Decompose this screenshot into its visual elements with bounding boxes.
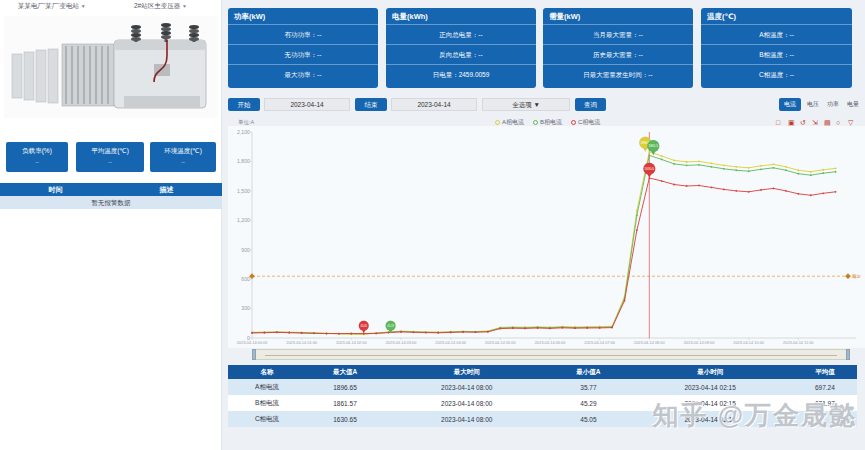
cell: 45.29	[549, 395, 627, 411]
svg-text:2023-04-14 07:00: 2023-04-14 07:00	[584, 340, 616, 345]
cell: C相电流	[228, 411, 306, 427]
chevron-down-icon: ▼	[182, 3, 187, 9]
datazoom-slider[interactable]	[252, 349, 850, 360]
card-title: 需量(kW)	[543, 8, 693, 24]
tab-current[interactable]: 电流	[779, 98, 801, 111]
svg-text:2023-04-14 01:00: 2023-04-14 01:00	[286, 340, 318, 345]
col-max-time: 最大时间	[384, 365, 549, 379]
row-value: --	[790, 51, 794, 58]
card-row: 反向总电量：--	[386, 44, 536, 64]
slider-track	[265, 355, 837, 356]
svg-text:1861.5: 1861.5	[649, 144, 659, 148]
row-label: 无功功率：	[285, 51, 318, 58]
slider-handle-left[interactable]	[252, 349, 256, 360]
cell: 2023-04-14 08:00	[384, 379, 549, 395]
card-row: 最大功率：--	[228, 64, 378, 84]
svg-text:1,800: 1,800	[237, 158, 250, 164]
station-select[interactable]: 某某电厂'某厂'变电站 ▼	[18, 2, 86, 11]
alarm-col-desc: 描述	[111, 183, 222, 196]
card-row: 日电量：2459.0059	[386, 64, 536, 84]
alarm-empty-row: 暂无报警数据	[0, 196, 222, 209]
svg-text:2023-04-14 09:00: 2023-04-14 09:00	[684, 340, 716, 345]
svg-text:2023-04-14 04:00: 2023-04-14 04:00	[435, 340, 467, 345]
temperature-card: 温度(℃) A相温度：-- B相温度：-- C相温度：--	[701, 8, 852, 88]
svg-text:1,200: 1,200	[237, 217, 250, 223]
alarm-col-time: 时间	[0, 183, 111, 196]
interval-select[interactable]: 全选项 ▼	[482, 98, 570, 111]
row-value: --	[790, 71, 794, 78]
row-value: --	[478, 51, 482, 58]
end-date-button[interactable]: 结束	[355, 98, 387, 111]
end-date-field[interactable]: 2023-04-14	[391, 98, 477, 111]
svg-text:1,500: 1,500	[237, 188, 250, 194]
row-value: --	[648, 71, 652, 78]
row-value: --	[790, 31, 794, 38]
svg-text:2023-04-14 03:00: 2023-04-14 03:00	[386, 340, 418, 345]
card-row: 日最大需量发生时间：--	[543, 64, 693, 84]
query-button[interactable]: 查询	[575, 98, 606, 111]
svg-text:2023-04-14 10:00: 2023-04-14 10:00	[733, 340, 765, 345]
legend-dot	[571, 120, 576, 125]
start-date-field[interactable]: 2023-04-14	[264, 98, 350, 111]
row-label: 正向总电量：	[439, 31, 478, 38]
transformer-image	[4, 16, 218, 118]
row-value: 2459.0059	[459, 71, 490, 78]
col-min-time: 最小时间	[627, 365, 792, 379]
cell: A相电流	[228, 379, 306, 395]
tab-voltage[interactable]: 电压	[804, 98, 822, 111]
card-row: 正向总电量：--	[386, 24, 536, 44]
svg-text:45.05: 45.05	[361, 324, 368, 328]
avg-temp-button[interactable]: 平均温度(℃) --	[76, 142, 144, 172]
row-value: --	[317, 71, 321, 78]
legend-dot	[495, 120, 500, 125]
watermark: 知乎 @万金晟懿	[652, 398, 857, 433]
cell: 2023-04-14 08:00	[384, 395, 549, 411]
row-value: --	[317, 51, 321, 58]
table-row[interactable]: A相电流1896.652023-04-14 08:0035.772023-04-…	[228, 379, 857, 395]
row-label: 有功功率：	[285, 31, 318, 38]
chevron-down-icon: ▼	[81, 3, 86, 9]
energy-card: 电量(kWh) 正向总电量：-- 反向总电量：-- 日电量：2459.0059	[386, 8, 536, 88]
row-label: C相温度：	[759, 71, 790, 78]
card-row: C相温度：--	[701, 64, 852, 84]
card-row: B相温度：--	[701, 44, 852, 64]
svg-text:2023-04-14 00:00: 2023-04-14 00:00	[237, 340, 269, 345]
row-label: 日电量：	[433, 71, 459, 78]
svg-text:2023-04-14 02:00: 2023-04-14 02:00	[336, 340, 368, 345]
col-avg: 平均值	[793, 365, 857, 379]
cell: 697.24	[793, 379, 857, 395]
legend-dot	[533, 120, 538, 125]
start-date-button[interactable]: 开始	[228, 98, 260, 111]
svg-text:600: 600	[241, 276, 250, 282]
row-label: A相温度：	[759, 31, 789, 38]
row-value: --	[478, 31, 482, 38]
svg-text:900: 900	[241, 247, 250, 253]
transformer-dashboard: 某某电厂'某厂'变电站 ▼ 2#站区主变压器 ▼	[0, 0, 865, 450]
env-temp-button[interactable]: 环境温度(℃) --	[150, 142, 216, 172]
load-rate-button[interactable]: 负载率(%) --	[6, 142, 68, 172]
power-card: 功率(kW) 有功功率：-- 无功功率：-- 最大功率：--	[228, 8, 378, 88]
col-min: 最小值A	[549, 365, 627, 379]
card-row: 当月最大需量：--	[543, 24, 693, 44]
station-select-label: 某某电厂'某厂'变电站	[18, 2, 79, 9]
svg-text:额定: 额定	[852, 274, 861, 279]
row-label: 反向总电量：	[439, 51, 478, 58]
left-panel: 某某电厂'某厂'变电站 ▼ 2#站区主变压器 ▼	[0, 0, 222, 450]
card-row: 历史最大需量：--	[543, 44, 693, 64]
device-select-label: 2#站区主变压器	[134, 2, 180, 9]
metric-value: --	[150, 159, 216, 165]
cell: 1861.57	[306, 395, 384, 411]
device-select[interactable]: 2#站区主变压器 ▼	[134, 2, 187, 11]
tab-power[interactable]: 功率	[824, 98, 842, 111]
cell: 35.77	[549, 379, 627, 395]
tab-energy[interactable]: 电量	[844, 98, 862, 111]
current-line-chart[interactable]: 03006009001,2001,5001,8002,1002023-04-14…	[228, 126, 865, 348]
row-label: 日最大需量发生时间：	[583, 71, 648, 78]
alarm-table-header: 时间 描述	[0, 183, 222, 196]
demand-card: 需量(kW) 当月最大需量：-- 历史最大需量：-- 日最大需量发生时间：--	[543, 8, 693, 88]
slider-handle-right[interactable]	[846, 349, 850, 360]
svg-text:300: 300	[241, 305, 250, 311]
cell: 2023-04-14 08:00	[384, 411, 549, 427]
table-header-row: 名称 最大值A 最大时间 最小值A 最小时间 平均值	[228, 365, 857, 379]
unit-label: 单位:A	[238, 119, 254, 126]
